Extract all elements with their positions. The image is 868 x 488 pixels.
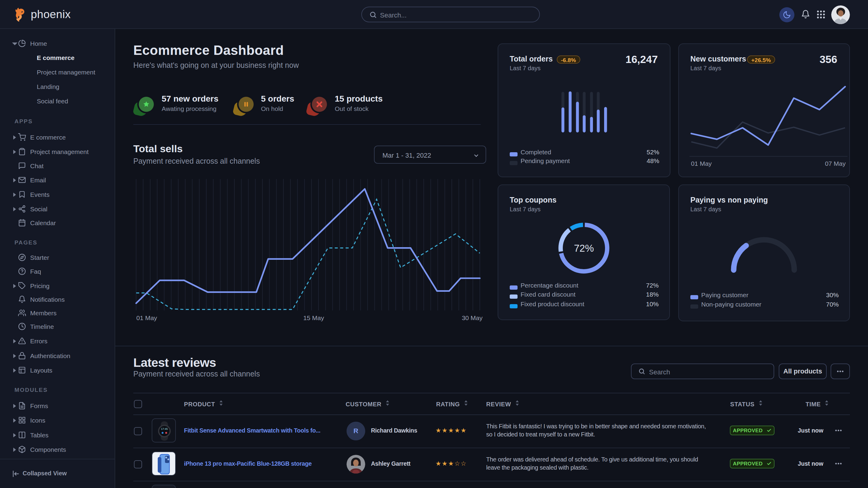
svg-text:15 May: 15 May bbox=[303, 314, 324, 321]
svg-text:07 May: 07 May bbox=[825, 160, 846, 167]
svg-text:01 May: 01 May bbox=[136, 314, 157, 321]
svg-text:01 May: 01 May bbox=[691, 160, 712, 167]
svg-text:30 May: 30 May bbox=[462, 314, 483, 321]
svg-text:72%: 72% bbox=[574, 242, 594, 254]
svg-text:17:45: 17:45 bbox=[161, 427, 168, 430]
